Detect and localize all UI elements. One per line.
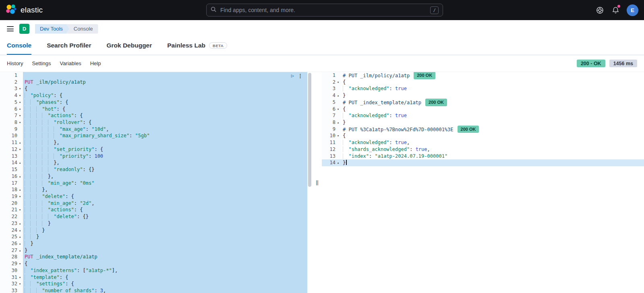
search-icon <box>211 6 217 14</box>
fold-toggle-icon[interactable]: ▾ <box>17 274 23 281</box>
code-line[interactable]: "acknowledged": true <box>341 85 644 92</box>
fold-toggle-icon[interactable]: ▴ <box>335 92 341 99</box>
code-line[interactable]: "acknowledged": true <box>341 112 644 119</box>
code-line[interactable]: PUT _ilm/policy/a1atp <box>23 79 307 86</box>
status-badge: 200 - OK <box>577 60 605 67</box>
code-line[interactable]: "hot": { <box>23 106 307 113</box>
code-line[interactable]: } <box>341 92 644 99</box>
code-line[interactable]: "acknowledged": true, <box>341 139 644 146</box>
menu-icon[interactable] <box>7 25 14 33</box>
code-line[interactable]: "max_primary_shard_size": "5gb" <box>23 132 307 139</box>
code-line[interactable]: # PUT _index_template/a1atp200 OK <box>341 99 644 106</box>
code-line[interactable]: "set_priority": { <box>23 146 307 153</box>
tab-console[interactable]: Console <box>7 37 31 55</box>
code-line[interactable]: }, <box>23 186 307 193</box>
code-line[interactable]: "delete": {} <box>23 213 307 220</box>
fold-toggle-icon[interactable]: ▴ <box>17 186 23 193</box>
toolbar-link-history[interactable]: History <box>7 60 23 66</box>
fold-toggle-icon[interactable]: ▴ <box>17 159 23 166</box>
scrollbar-thumb[interactable] <box>308 73 311 187</box>
code-line[interactable]: "readonly": {} <box>23 166 307 173</box>
code-line[interactable]: "delete": { <box>23 193 307 200</box>
code-line[interactable]: } <box>23 247 307 254</box>
code-line[interactable]: "min_age": "2d", <box>23 200 307 207</box>
code-line[interactable]: { <box>23 260 307 267</box>
code-line[interactable]: "min_age": "0ms" <box>23 180 307 187</box>
breadcrumb-item-dev-tools[interactable]: Dev Tools <box>35 24 70 34</box>
code-line[interactable]: } <box>23 233 307 240</box>
fold-toggle-icon[interactable]: ▾ <box>17 193 23 200</box>
code-line[interactable]: "index_patterns": ["a1atp-*"], <box>23 267 307 274</box>
tab-grok-debugger[interactable]: Grok Debugger <box>106 37 152 55</box>
line-number: 31 <box>0 274 17 281</box>
fold-toggle-icon[interactable]: ▾ <box>335 106 341 113</box>
fold-toggle-icon[interactable]: ▴ <box>17 247 23 254</box>
notifications-icon[interactable] <box>611 6 620 14</box>
code-line[interactable]: # PUT _ilm/policy/a1atp200 OK <box>341 72 644 79</box>
fold-toggle-icon[interactable]: ▴ <box>17 173 23 180</box>
code-line[interactable]: "shards_acknowledged": true, <box>341 146 644 153</box>
code-line[interactable]: "settings": { <box>23 281 307 287</box>
code-line[interactable]: "index": "a1atp-2024.07.19-000001" <box>341 153 644 160</box>
fold-toggle-icon[interactable]: ▴ <box>17 220 23 227</box>
code-line[interactable]: { <box>341 132 644 139</box>
code-line[interactable]: PUT _index_template/a1atp <box>23 254 307 260</box>
code-line[interactable]: "priority": 100 <box>23 153 307 160</box>
request-editor[interactable]: 12PUT _ilm/policy/a1atp3▾{4▾ "policy": {… <box>0 72 313 293</box>
tab-painless-lab[interactable]: Painless LabBETA <box>167 37 227 55</box>
console-tabs: ConsoleSearch ProfilerGrok DebuggerPainl… <box>0 37 644 55</box>
toolbar-link-settings[interactable]: Settings <box>32 60 51 66</box>
brand[interactable]: elastic <box>6 4 82 17</box>
code-line[interactable]: "rollover": { <box>23 119 307 126</box>
code-line[interactable] <box>23 72 307 79</box>
fold-toggle-icon[interactable]: ▴ <box>17 233 23 240</box>
pane-resizer[interactable]: ‖ <box>313 72 322 293</box>
fold-toggle-icon[interactable]: ▾ <box>17 146 23 153</box>
code-line[interactable]: "number_of_shards": 3, <box>23 287 307 293</box>
toolbar-link-help[interactable]: Help <box>90 60 101 66</box>
help-icon[interactable] <box>595 6 604 14</box>
code-line[interactable]: } <box>341 119 644 126</box>
tab-search-profiler[interactable]: Search Profiler <box>47 37 91 55</box>
send-request-icon[interactable]: ▷ <box>291 72 294 79</box>
fold-toggle-icon[interactable]: ▾ <box>335 132 341 139</box>
fold-toggle-icon[interactable]: ▴ <box>17 139 23 146</box>
request-options-icon[interactable]: ⋮ <box>298 72 303 79</box>
global-search-input[interactable]: Find apps, content, and more. / <box>206 4 443 17</box>
code-line[interactable]: }, <box>23 159 307 166</box>
code-line[interactable]: "max_age": "10d", <box>23 126 307 133</box>
code-line[interactable]: }, <box>23 173 307 180</box>
user-avatar[interactable]: E <box>627 4 638 16</box>
fold-toggle-icon[interactable]: ▴ <box>17 240 23 247</box>
code-line[interactable]: }, <box>23 139 307 146</box>
fold-toggle-icon[interactable]: ▾ <box>17 106 23 113</box>
code-line[interactable]: } <box>23 220 307 227</box>
fold-toggle-icon[interactable]: ▾ <box>17 281 23 287</box>
space-badge[interactable]: D <box>19 24 29 34</box>
fold-toggle-icon[interactable]: ▴ <box>335 119 341 126</box>
code-line[interactable]: "template": { <box>23 274 307 281</box>
code-line[interactable]: "policy": { <box>23 92 307 99</box>
code-line[interactable]: { <box>341 79 644 86</box>
code-line[interactable]: { <box>341 106 644 113</box>
code-line[interactable]: # PUT %3Ca1atp-%7Bnow%2Fd%7D-000001%3E20… <box>341 126 644 133</box>
fold-toggle-icon[interactable]: ▴ <box>335 159 341 166</box>
code-line[interactable]: "actions": { <box>23 112 307 119</box>
response-viewer[interactable]: 1# PUT _ilm/policy/a1atp200 OK2▾{3 "ackn… <box>322 72 644 293</box>
code-line[interactable]: "phases": { <box>23 99 307 106</box>
toolbar-link-variables[interactable]: Variables <box>60 60 81 66</box>
fold-toggle-icon[interactable]: ▴ <box>17 227 23 234</box>
fold-toggle-icon[interactable]: ▾ <box>17 99 23 106</box>
fold-toggle-icon[interactable]: ▾ <box>335 79 341 86</box>
fold-toggle-icon[interactable]: ▾ <box>17 260 23 267</box>
code-line[interactable]: } <box>341 159 644 166</box>
code-line[interactable]: { <box>23 85 307 92</box>
fold-toggle-icon[interactable]: ▾ <box>17 112 23 119</box>
code-line[interactable]: } <box>23 240 307 247</box>
code-line[interactable]: } <box>23 227 307 234</box>
fold-toggle-icon[interactable]: ▾ <box>17 92 23 99</box>
fold-toggle-icon[interactable]: ▾ <box>17 85 23 92</box>
code-line[interactable]: "actions": { <box>23 206 307 213</box>
fold-toggle-icon[interactable]: ▾ <box>17 119 23 126</box>
fold-toggle-icon[interactable]: ▾ <box>17 206 23 213</box>
